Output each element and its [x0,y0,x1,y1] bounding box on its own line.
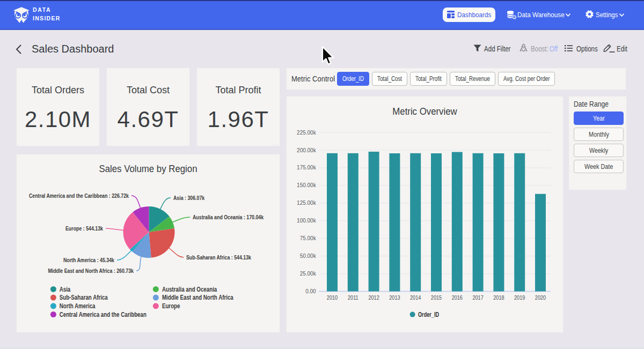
add-filter-button[interactable]: Add Filter [484,44,504,53]
kpi-value: 2.10M [17,107,99,132]
pencil-icon[interactable] [603,44,616,53]
legend-dot [153,295,159,301]
bar[interactable] [431,153,442,292]
bar[interactable] [535,194,546,292]
bar-chart-card: Metric Overview 0.0025.00k50.00k75.00k10… [287,96,563,332]
x-axis-tick-label: 2010 [327,294,338,301]
y-axis-tick-label: 75.00k [300,235,317,241]
bar[interactable] [389,153,400,292]
boost-value[interactable]: Off [550,44,556,53]
metric-option-avg-cost-per-order[interactable]: Avg. Cost per Order [498,72,555,86]
x-axis-tick-label: 2012 [368,294,379,301]
y-axis-tick-label: 25.00k [300,271,317,277]
legend-dot [50,311,56,317]
pie-leader-line [106,228,123,230]
brand: DATA INSIDER [13,7,61,24]
boost-label[interactable]: Boost: [531,44,544,53]
date-range-option-monthly[interactable]: Monthly [574,128,624,141]
brand-line2: INSIDER [33,14,61,23]
legend-label: Australia and Oceania [162,286,217,293]
kpi-label: Total Orders [17,85,99,96]
list-icon[interactable] [565,45,573,51]
y-axis-tick-label: 175.00k [297,165,317,170]
brand-text: DATA INSIDER [33,6,61,23]
bar[interactable] [327,153,338,292]
kpi-label: Total Profit [197,85,280,96]
chevron-down-icon [619,13,624,17]
y-axis-tick-label: 225.00k [297,130,317,136]
y-axis-tick-label: 100.00k [297,218,317,224]
legend-label: North America [60,302,96,310]
kpi-card-total-profit: Total Profit 1.96T [197,68,280,146]
top-nav: DATA INSIDER Dashboards Data Warehouse S… [0,0,644,30]
metric-option-total-profit[interactable]: Total_Profit [410,72,447,86]
kpi-label: Total Cost [107,85,189,96]
pie-leader-line [131,196,141,208]
pie-leader-line [169,248,184,258]
kpi-card-total-cost: Total Cost 4.69T [107,68,189,146]
legend-label: Europe [162,302,180,310]
bottom-strip [0,347,644,349]
bar[interactable] [410,153,421,292]
dashboards-label: Dashboards [457,11,487,19]
dashboard-icon [447,11,455,18]
pie-leader-line [160,198,171,209]
kpi-card-total-orders: Total Orders 2.10M [17,68,99,146]
bar[interactable] [473,153,484,292]
pie-slice[interactable] [149,228,175,258]
pie-slice-label: Australia and Oceania : 170.04k [193,214,264,220]
database-icon [507,10,517,19]
filter-icon[interactable] [473,44,481,52]
brand-line1: DATA [33,6,61,14]
date-range-panel: Date Range YearMonthlyWeeklyWeek Date [569,96,626,190]
legend-label: Middle East and North Africa [162,294,234,301]
dashboards-button[interactable]: Dashboards [443,8,496,22]
bar[interactable] [452,152,463,292]
settings-label: Settings [596,11,614,19]
settings-menu[interactable]: Settings [586,10,624,19]
bar[interactable] [348,153,358,292]
date-range-option-year[interactable]: Year [574,112,624,125]
pie-slice-label: North America : 45.34k [63,257,115,263]
x-axis-tick-label: 2018 [493,294,504,301]
x-axis-tick-label: 2014 [410,294,421,301]
pie-slice-label: Sub-Saharan Africa : 544.13k [186,254,252,261]
kpi-value: 4.69T [107,107,189,132]
legend-dot [153,286,159,292]
date-range-option-weekly[interactable]: Weekly [574,144,624,157]
pie-leader-line [172,217,190,222]
y-axis-tick-label: 50.00k [300,253,317,259]
y-axis-tick-label: 150.00k [297,182,317,188]
pie-chart[interactable]: Asia : 306.07kAustralia and Oceania : 17… [17,154,280,332]
legend-dot [50,303,56,309]
x-axis-tick-label: 2011 [348,294,358,301]
bar-chart[interactable]: 0.0025.00k50.00k75.00k100.00k125.00k150.… [287,96,563,332]
bar[interactable] [493,153,504,292]
date-range-option-week-date[interactable]: Week Date [574,160,624,173]
x-axis-tick-label: 2013 [389,294,400,301]
legend-dot [50,286,56,292]
kpi-value: 1.96T [197,107,280,132]
x-axis-tick-label: 2017 [472,294,483,301]
data-warehouse-label: Data Warehouse [517,11,558,19]
metric-option-total-revenue[interactable]: Total_Revenue [450,72,495,86]
legend-label: Asia [60,286,71,293]
bar[interactable] [514,153,525,292]
options-button[interactable]: Options [576,44,593,53]
metric-option-total-cost[interactable]: Total_Cost [372,72,407,86]
legend-dot [410,312,415,317]
y-axis-tick-label: 0.00 [305,288,316,294]
back-button[interactable] [16,44,21,54]
chevron-left-icon [16,44,21,54]
edit-button[interactable]: Edit [617,44,625,53]
pie-leader-line [117,250,131,260]
dashboard-header: Sales Dashboard Add Filter Boost: Off Op… [0,30,644,68]
metric-option-order-id[interactable]: Order_ID [337,72,369,86]
metric-control-strip: Metric Control Order_IDTotal_CostTotal_P… [287,68,626,90]
data-warehouse-menu[interactable]: Data Warehouse [507,10,570,19]
rocket-icon[interactable] [519,43,528,52]
pie-chart-card: Sales Volume by Region Asia : 306.07kAus… [17,154,280,332]
bar[interactable] [369,152,379,292]
legend-label: Order_ID [418,311,439,318]
pie-slice-label: Asia : 306.07k [173,195,205,201]
